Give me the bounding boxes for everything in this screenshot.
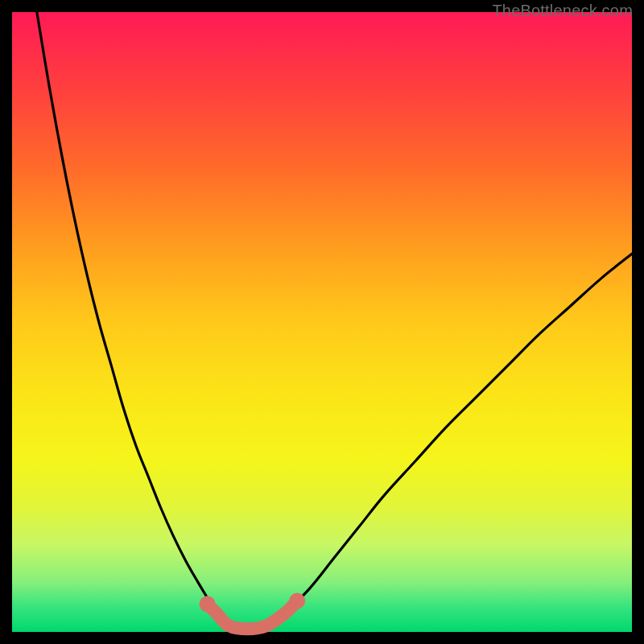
highlight-end-dot-0	[200, 596, 216, 612]
chart-highlight	[200, 593, 306, 630]
curve-curve-left	[37, 12, 217, 613]
chart-svg	[12, 12, 632, 632]
watermark-text: TheBottleneck.com	[492, 2, 633, 20]
highlight-stroke	[208, 601, 298, 630]
curve-curve-right	[285, 254, 632, 613]
chart-curves	[37, 12, 632, 629]
chart-frame: TheBottleneck.com	[0, 0, 644, 644]
chart-plot-area	[12, 12, 632, 632]
highlight-end-dot-1	[289, 593, 305, 609]
